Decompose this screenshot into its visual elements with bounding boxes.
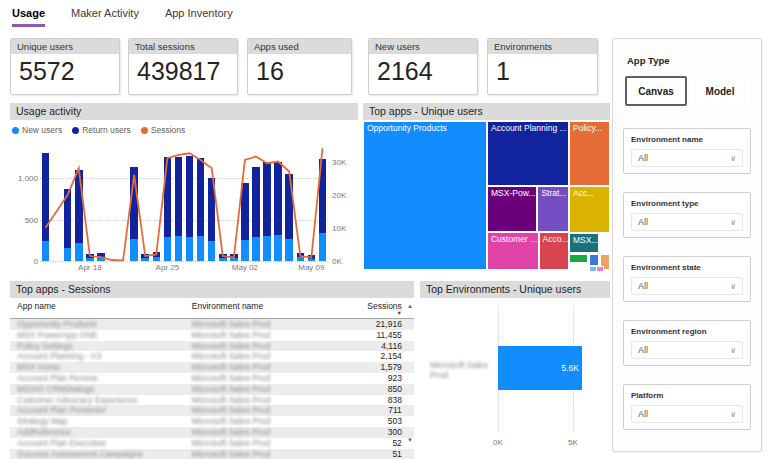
app-type-buttons: CanvasModel [625,76,749,106]
treemap-tile[interactable]: Acc... [569,186,610,232]
table-header: App nameEnvironment nameSessions▼ [10,299,414,319]
x-axis-tick: 5K [568,438,578,447]
table-row[interactable]: MSX PowerApp ONEMicrosoft Sales Prod11,4… [10,330,414,341]
filter-dropdown[interactable]: All∨ [631,213,743,231]
filter-platform: PlatformAll∨ [623,384,751,430]
table-row[interactable]: MSX HomeMicrosoft Sales Prod1,579 [10,362,414,373]
kpi-value: 16 [248,54,351,86]
filter-panel: App Type CanvasModel Environment nameAll… [612,38,762,452]
cell-app-name: Customer Advocacy Experience [10,395,192,406]
app-type-model-button[interactable]: Model [691,76,749,106]
table-row[interactable]: Account Plan PresenterMicrosoft Sales Pr… [10,405,414,416]
scroll-up-icon[interactable]: ▲ [407,303,413,309]
top-environments-panel: Top Environments - Unique users 0K5K5.6K… [420,281,610,459]
treemap-tile-small[interactable] [596,266,604,272]
legend-dot-icon [141,127,148,134]
table-row[interactable]: AddReferenceMicrosoft Sales Prod300 [10,427,414,438]
table-row[interactable]: Customer Advocacy ExperienceMicrosoft Sa… [10,395,414,406]
treemap-tile[interactable]: MSX... [569,233,599,253]
treemap-tile[interactable]: Policy... [569,121,610,186]
table-row[interactable]: Account Plan ExecutiveMicrosoft Sales Pr… [10,438,414,449]
treemap-tile[interactable]: Strat... [537,186,569,231]
col-environment-name[interactable]: Environment name [192,301,341,317]
cell-sessions: 300 [341,427,402,438]
y-axis-tick: 500 [25,216,38,225]
treemap-tile-small[interactable] [589,254,599,265]
cell-environment-name: Microsoft Sales Prod [192,351,341,362]
cell-environment-name: Microsoft Sales Prod [192,362,341,373]
treemap-tile[interactable]: MSX-Pow... [487,186,537,231]
kpi-card-apps-used[interactable]: Apps used16 [247,38,352,95]
cell-sessions: 1,579 [341,362,402,373]
cell-sessions: 51 [341,449,402,459]
table-row[interactable]: MSXiO CRMDialogsMicrosoft Sales Prod850 [10,384,414,395]
tab-usage[interactable]: Usage [12,7,45,27]
table-row[interactable]: Strategy MapMicrosoft Sales Prod503 [10,416,414,427]
kpi-card-unique-users[interactable]: Unique users5572 [10,38,120,95]
legend-dot-icon [72,127,79,134]
table-row[interactable]: Success Assessment CampaignsMicrosoft Sa… [10,449,414,459]
kpi-card-new-users[interactable]: New users2164 [368,38,478,95]
legend-item: Sessions [141,125,186,135]
usage-activity-legend: New usersReturn usersSessions [10,120,358,137]
y2-axis-tick: 0K [332,257,342,266]
gridline [40,261,328,262]
treemap-tile[interactable]: Acco... [539,232,569,270]
cell-environment-name: Microsoft Sales Prod [192,438,341,449]
treemap-tile[interactable]: Customer ... [487,232,539,270]
x-axis-tick: Apr 25 [156,263,180,272]
scroll-down-icon[interactable]: ▼ [407,437,413,443]
kpi-title: Environments [488,39,597,54]
filter-label: Environment state [631,263,743,272]
table-row[interactable]: Account Planning - V3Microsoft Sales Pro… [10,351,414,362]
filter-label: Platform [631,391,743,400]
kpi-title: Unique users [11,39,119,54]
app-type-label: App Type [627,55,747,66]
chevron-down-icon: ∨ [730,346,736,355]
environment-bar[interactable]: 5.6K [498,346,582,390]
col-sessions[interactable]: Sessions▼ [341,301,402,317]
col-app-name[interactable]: App name [10,301,192,317]
filter-label: Environment region [631,327,743,336]
treemap-tile[interactable]: Opportunity Products [363,121,487,270]
sessions-line [40,145,328,261]
table-row[interactable]: Opportunity ProductsMicrosoft Sales Prod… [10,319,414,330]
filter-dropdown[interactable]: All∨ [631,277,743,295]
table-row[interactable]: Account Plan ReviewMicrosoft Sales Prod9… [10,373,414,384]
filter-dropdown[interactable]: All∨ [631,405,743,423]
usage-activity-panel: Usage activity New usersReturn usersSess… [10,103,358,277]
y-axis-tick: 0 [34,257,38,266]
filter-value: All [638,345,648,355]
cell-environment-name: Microsoft Sales Prod [192,449,341,459]
cell-app-name: Opportunity Products [10,319,192,330]
chevron-down-icon: ∨ [730,410,736,419]
tab-app-inventory[interactable]: App Inventory [165,7,233,27]
filter-dropdown[interactable]: All∨ [631,341,743,359]
kpi-value: 5572 [11,54,119,86]
app-type-canvas-button[interactable]: Canvas [625,76,687,106]
usage-activity-title: Usage activity [10,103,358,120]
kpi-title: New users [369,39,477,54]
filter-dropdown[interactable]: All∨ [631,149,743,167]
cell-environment-name: Microsoft Sales Prod [192,395,341,406]
legend-item: New users [12,125,62,135]
kpi-value: 1 [488,54,597,86]
cell-app-name: Account Plan Executive [10,438,192,449]
cell-sessions: 21,916 [341,319,402,330]
tab-bar: UsageMaker ActivityApp Inventory [12,7,233,27]
cell-sessions: 52 [341,438,402,449]
top-apps-sessions-panel: Top apps - Sessions App nameEnvironment … [10,281,414,459]
cell-sessions: 4,116 [341,341,402,352]
table-row[interactable]: Policy SettingsMicrosoft Sales Prod4,116 [10,341,414,352]
top-apps-users-title: Top apps - Unique users [363,103,610,120]
kpi-card-environments[interactable]: Environments1 [487,38,598,95]
tab-maker-activity[interactable]: Maker Activity [71,7,139,27]
x-axis-tick: May 02 [232,263,258,272]
kpi-card-total-sessions[interactable]: Total sessions439817 [128,38,238,95]
filter-environment-type: Environment typeAll∨ [623,192,751,238]
treemap-tile[interactable]: Account Planning ... [487,121,569,186]
treemap-tile-small[interactable] [569,254,588,262]
filter-value: All [638,217,648,227]
kpi-title: Total sessions [129,39,237,54]
chevron-down-icon: ∨ [730,154,736,163]
